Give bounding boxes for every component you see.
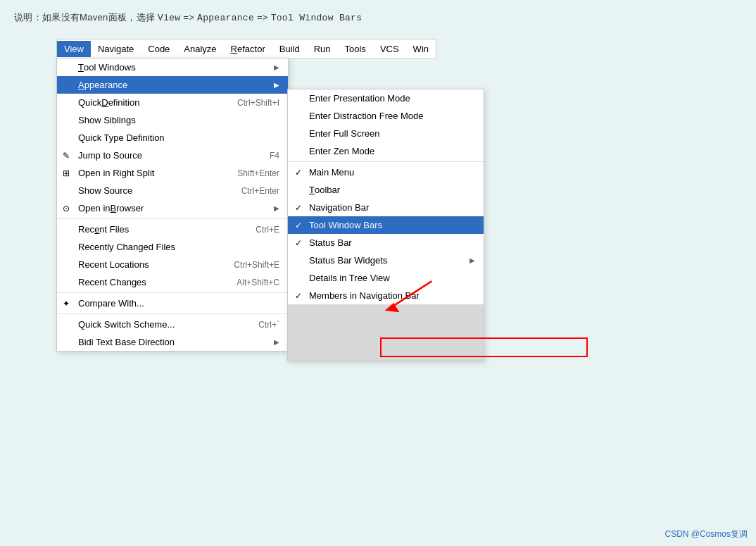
- instruction-view: View: [158, 13, 180, 23]
- menu-bar-item-analyze[interactable]: Analyze: [177, 41, 223, 57]
- menu-bar-item-run[interactable]: Run: [307, 41, 338, 57]
- view-dropdown: Tool Windows ▶ Appearance ▶ Quick Defini…: [56, 58, 289, 352]
- menu-item-presentation-mode[interactable]: Enter Presentation Mode: [288, 89, 484, 107]
- open-right-split-shortcut: Shift+Enter: [209, 168, 279, 178]
- instruction-arrow2: =>: [254, 12, 271, 23]
- instruction-arrow1: =>: [180, 12, 197, 23]
- quick-switch-shortcut: Ctrl+`: [230, 320, 279, 330]
- menu-item-open-right-split[interactable]: ⊞ Open in Right Split Shift+Enter: [57, 164, 288, 182]
- bidi-text-arrow: ▶: [274, 338, 279, 346]
- menu-item-recent-changes[interactable]: Recent Changes Alt+Shift+C: [57, 273, 288, 291]
- menu-bar-item-vcs[interactable]: VCS: [373, 41, 406, 57]
- appearance-arrow: ▶: [274, 81, 279, 89]
- instruction-appearance: Appearance: [197, 13, 254, 23]
- menu-item-bidi-text[interactable]: Bidi Text Base Direction ▶: [57, 333, 288, 351]
- open-right-split-icon: ⊞: [63, 168, 70, 178]
- menu-item-tool-windows[interactable]: Tool Windows ▶: [57, 58, 288, 76]
- show-source-shortcut: Ctrl+Enter: [213, 186, 279, 196]
- menu-item-quick-type-definition[interactable]: Quick Type Definition: [57, 129, 288, 147]
- members-nav-bar-check: ✓: [295, 291, 302, 301]
- menu-item-show-source[interactable]: Show Source Ctrl+Enter: [57, 182, 288, 199]
- menu-item-main-menu[interactable]: ✓ Main Menu: [288, 163, 484, 181]
- watermark: CSDN @Cosmos复调: [664, 528, 748, 540]
- tool-window-bars-check: ✓: [295, 221, 302, 230]
- instruction-bar: 说明：如果没有Maven面板，选择 View => Appearance => …: [0, 7, 756, 28]
- menu-bar-item-win[interactable]: Win: [406, 41, 436, 57]
- menu-item-toolbar[interactable]: Toolbar: [288, 181, 484, 199]
- menu-item-recent-files[interactable]: Recent Files Ctrl+E: [57, 221, 288, 238]
- menu-item-status-bar-widgets[interactable]: Status Bar Widgets ▶: [288, 252, 484, 269]
- menu-bar-item-view[interactable]: View: [57, 41, 91, 57]
- menu-item-appearance[interactable]: Appearance ▶: [57, 76, 288, 94]
- menu-bar: View Navigate Code Analyze Refactor Buil…: [56, 39, 436, 59]
- menu-bar-item-refactor[interactable]: Refactor: [224, 41, 272, 57]
- menu-item-zen-mode[interactable]: Enter Zen Mode: [288, 142, 484, 160]
- menu-item-open-in-browser[interactable]: ⊙ Open in Browser ▶: [57, 199, 288, 217]
- status-bar-widgets-arrow: ▶: [470, 256, 475, 264]
- menu-bar-item-tools[interactable]: Tools: [338, 41, 373, 57]
- open-in-browser-icon: ⊙: [63, 204, 70, 213]
- open-in-browser-arrow: ▶: [274, 204, 279, 212]
- quick-definition-shortcut: Ctrl+Shift+I: [209, 98, 279, 108]
- svg-line-0: [391, 281, 431, 308]
- menu-item-jump-to-source[interactable]: ✎ Jump to Source F4: [57, 147, 288, 164]
- jump-to-source-shortcut: F4: [241, 151, 279, 161]
- menu-item-distraction-free[interactable]: Enter Distraction Free Mode: [288, 107, 484, 125]
- menu-item-compare-with[interactable]: ✦ Compare With...: [57, 294, 288, 312]
- main-menu-check: ✓: [295, 168, 302, 178]
- red-arrow-annotation: [373, 278, 443, 314]
- separator1: [57, 218, 288, 219]
- menu-item-quick-definition[interactable]: Quick Definition Ctrl+Shift+I: [57, 94, 288, 111]
- jump-to-source-icon: ✎: [63, 151, 70, 161]
- menu-item-quick-switch[interactable]: Quick Switch Scheme... Ctrl+`: [57, 316, 288, 333]
- recent-locations-shortcut: Ctrl+Shift+E: [206, 260, 279, 270]
- menu-bar-item-build[interactable]: Build: [272, 41, 307, 57]
- navigation-bar-check: ✓: [295, 203, 302, 213]
- menu-item-tool-window-bars[interactable]: ✓ Tool Window Bars: [288, 216, 484, 234]
- menu-item-recent-locations[interactable]: Recent Locations Ctrl+Shift+E: [57, 256, 288, 273]
- appearance-dropdown: Enter Presentation Mode Enter Distractio…: [287, 89, 484, 361]
- instruction-toolwindow: Tool Window Bars: [271, 13, 363, 23]
- separator2: [57, 292, 288, 293]
- menu-item-full-screen[interactable]: Enter Full Screen: [288, 125, 484, 142]
- recent-changes-shortcut: Alt+Shift+C: [208, 278, 279, 287]
- tool-windows-arrow: ▶: [274, 63, 279, 71]
- compare-with-icon: ✦: [63, 299, 70, 309]
- menu-item-status-bar[interactable]: ✓ Status Bar: [288, 234, 484, 252]
- menu-item-recently-changed[interactable]: Recently Changed Files: [57, 238, 288, 256]
- instruction-text: 说明：如果没有Maven面板，选择: [14, 12, 158, 23]
- recent-files-shortcut: Ctrl+E: [227, 225, 279, 235]
- status-bar-check: ✓: [295, 238, 302, 248]
- separator-appearance-1: [288, 161, 484, 162]
- menu-bar-item-navigate[interactable]: Navigate: [91, 41, 141, 57]
- menu-item-navigation-bar[interactable]: ✓ Navigation Bar: [288, 199, 484, 216]
- separator3: [57, 314, 288, 314]
- menu-item-show-siblings[interactable]: Show Siblings: [57, 111, 288, 129]
- menu-bar-item-code[interactable]: Code: [141, 41, 177, 57]
